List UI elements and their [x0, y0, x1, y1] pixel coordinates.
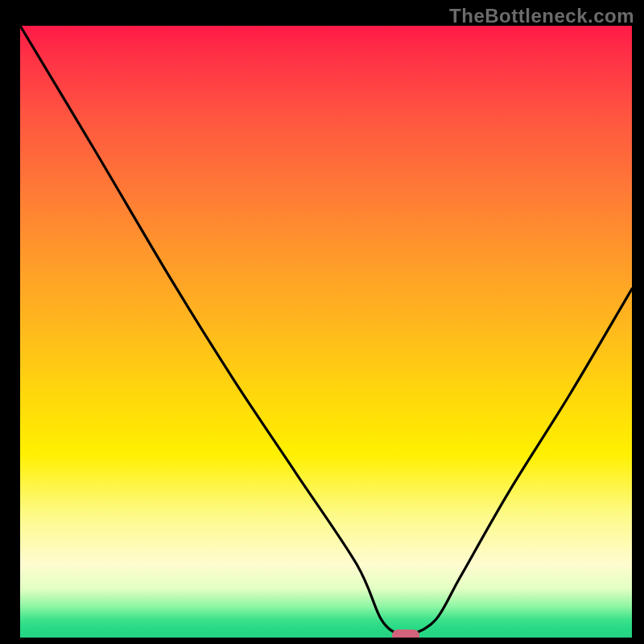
watermark-text: TheBottleneck.com	[449, 5, 634, 27]
optimal-marker-pill	[392, 630, 419, 638]
chart-container: TheBottleneck.com	[0, 0, 644, 644]
plot-area	[20, 26, 632, 638]
bottleneck-curve	[20, 26, 632, 638]
